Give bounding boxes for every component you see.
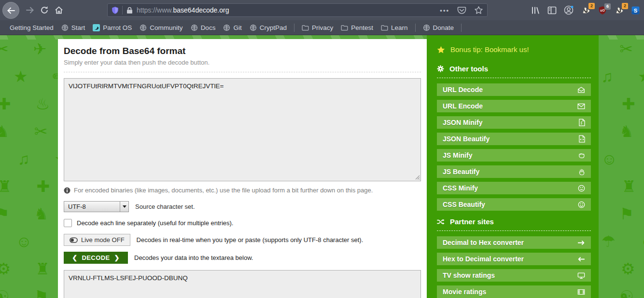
- live-mode-row: Live mode OFF Decodes in real-time when …: [64, 234, 421, 246]
- bookmark-label: Community: [150, 24, 182, 31]
- sidebar-button-url-encode[interactable]: URL Encode: [437, 100, 591, 112]
- home-button[interactable]: [54, 5, 64, 15]
- globe-icon: [223, 24, 230, 31]
- sidebar-button-label: URL Encode: [443, 102, 483, 110]
- globe-icon: [423, 24, 430, 31]
- bookmark-donate[interactable]: Donate: [419, 20, 458, 35]
- privacy-badger-extension-2[interactable]: 2: [614, 5, 624, 15]
- tracking-protection-shield-icon[interactable]: [112, 6, 119, 14]
- decode-row: ❮ DECODE ❯ Decodes your data into the te…: [64, 252, 421, 264]
- decoder-card: Decode from Base64 format Simply enter y…: [58, 39, 427, 298]
- reload-button[interactable]: [40, 5, 49, 15]
- bookmark-label: Parrot OS: [103, 24, 132, 31]
- sidebar-button-css-beautify[interactable]: CSS Beautify: [437, 198, 591, 211]
- chevron-left-icon: ❮: [72, 254, 77, 261]
- select-arrow-box: [120, 202, 128, 212]
- bonus-tip-text: Bonus tip: Bookmark us!: [450, 45, 529, 54]
- decode-lines-row: Decode each line separately (useful for …: [64, 219, 421, 227]
- bookmark-git[interactable]: Git: [219, 20, 245, 35]
- bookmark-star-icon[interactable]: [474, 6, 483, 15]
- sidebar-button-label: Decimal to Hex converter: [443, 239, 524, 246]
- browser-nav-toolbar: https://www.base64decode.org ••• 2 uO 6 …: [0, 0, 644, 20]
- bookmarks-divider: [461, 24, 462, 32]
- info-note-text: For encoded binaries (like images, docum…: [74, 187, 373, 194]
- sidebar-button-css-minify[interactable]: CSS Minify: [437, 182, 591, 194]
- sidebar-button-js-beautify[interactable]: JS Beautify: [437, 165, 591, 178]
- sidebar-button-tv-show-ratings[interactable]: TV show ratings: [437, 269, 591, 282]
- arrow-right-icon: [577, 240, 585, 246]
- s-extension[interactable]: S: [631, 6, 640, 14]
- other-tools-header: Other tools: [437, 65, 591, 73]
- sidebar: Bonus tip: Bookmark us! Other tools URL …: [427, 35, 599, 298]
- account-button[interactable]: [564, 5, 574, 15]
- reload-icon: [40, 6, 49, 14]
- gear-icon: [437, 65, 444, 72]
- back-button[interactable]: [2, 2, 19, 19]
- bookmark-pentest[interactable]: Pentest: [337, 20, 377, 35]
- lock-icon: [126, 7, 133, 14]
- bookmark-label: Getting Started: [10, 24, 54, 31]
- other-tools-list: URL DecodeURL EncodeJSON MinifyJSON Beau…: [437, 83, 591, 211]
- bookmark-parrot-os[interactable]: Parrot OS: [89, 20, 136, 35]
- sidebar-panel-icon[interactable]: [547, 6, 557, 14]
- bookmark-community[interactable]: Community: [136, 20, 186, 35]
- envelope-open-icon: [577, 86, 585, 94]
- globe-icon: [250, 24, 257, 31]
- partner-sites-header: Partner sites: [437, 217, 591, 226]
- decode-each-line-checkbox[interactable]: [64, 219, 72, 227]
- sidebar-button-label: JSON Beautify: [443, 135, 490, 143]
- bookmark-label: Learn: [391, 24, 408, 31]
- sidebar-button-label: JS Beautify: [443, 168, 479, 176]
- decoded-output-textarea[interactable]: VRNLU-FTLMS-LSFEJ-PUOOD-DBUNQ: [64, 270, 421, 298]
- live-mode-note: Decodes in real-time when you type or pa…: [137, 236, 364, 244]
- extension-badge: 2: [622, 3, 628, 9]
- sidebar-button-label: JS Minify: [443, 151, 472, 159]
- library-icon[interactable]: [531, 6, 540, 15]
- meh-face-icon: [578, 185, 585, 192]
- sidebar-button-label: Hex to Decimal converter: [443, 255, 524, 263]
- bookmark-getting-started[interactable]: Getting Started: [3, 20, 57, 35]
- sidebar-button-decimal-to-hex-converter[interactable]: Decimal to Hex converter: [437, 236, 591, 249]
- decode-button[interactable]: ❮ DECODE ❯: [64, 252, 128, 264]
- chevron-right-icon: ❯: [114, 254, 120, 261]
- parrot-icon: [93, 24, 100, 31]
- file-code-icon: [579, 135, 585, 143]
- sidebar-button-url-decode[interactable]: URL Decode: [437, 83, 591, 96]
- caret-down-icon: [123, 205, 126, 208]
- bookmark-start[interactable]: Start: [57, 20, 89, 35]
- sidebar-button-movie-ratings[interactable]: Movie ratings: [437, 285, 591, 298]
- live-mode-toggle-button[interactable]: Live mode OFF: [64, 234, 130, 246]
- ublock-origin-extension[interactable]: uO 6: [598, 6, 607, 15]
- pocket-icon[interactable]: [457, 6, 466, 15]
- url-bar[interactable]: https://www.base64decode.org •••: [107, 3, 488, 17]
- charset-selected-value: UTF-8: [68, 203, 86, 210]
- arrow-left-icon: [577, 256, 585, 262]
- charset-select[interactable]: UTF-8: [64, 201, 129, 212]
- hand-paper-icon: [578, 168, 585, 176]
- folder-icon: [302, 25, 309, 31]
- info-circle-icon: [64, 187, 70, 194]
- other-tools-title: Other tools: [449, 65, 488, 73]
- bookmark-label: CryptPad: [260, 24, 287, 31]
- bookmark-label: Start: [71, 24, 85, 31]
- film-icon: [577, 289, 585, 295]
- base64-input-textarea[interactable]: VlJOTFUtRlRMTVMtTFNGRUotUFVPT0QtREJVTlE=: [64, 78, 421, 181]
- bookmark-cryptpad[interactable]: CryptPad: [246, 20, 291, 35]
- page-actions-icon[interactable]: •••: [440, 7, 449, 14]
- forward-button[interactable]: [25, 6, 35, 14]
- privacy-badger-extension[interactable]: 2: [581, 5, 591, 15]
- resize-grip-icon[interactable]: [415, 175, 420, 180]
- bookmark-learn[interactable]: Learn: [377, 20, 412, 35]
- bookmark-privacy[interactable]: Privacy: [298, 20, 337, 35]
- account-icon: [564, 5, 574, 15]
- sidebar-button-hex-to-decimal-converter[interactable]: Hex to Decimal converter: [437, 253, 591, 265]
- sidebar-button-js-minify[interactable]: JS Minify: [437, 149, 591, 162]
- decode-button-label: DECODE: [82, 254, 110, 261]
- sidebar-button-json-beautify[interactable]: JSON Beautify: [437, 133, 591, 145]
- bookmark-docs[interactable]: Docs: [187, 20, 220, 35]
- sidebar-button-json-minify[interactable]: JSON Minify: [437, 116, 591, 129]
- extension-badge: 6: [604, 3, 611, 10]
- globe-icon: [191, 24, 198, 31]
- bonus-tip-row: Bonus tip: Bookmark us!: [437, 45, 591, 54]
- bookmark-label: Docs: [201, 24, 216, 31]
